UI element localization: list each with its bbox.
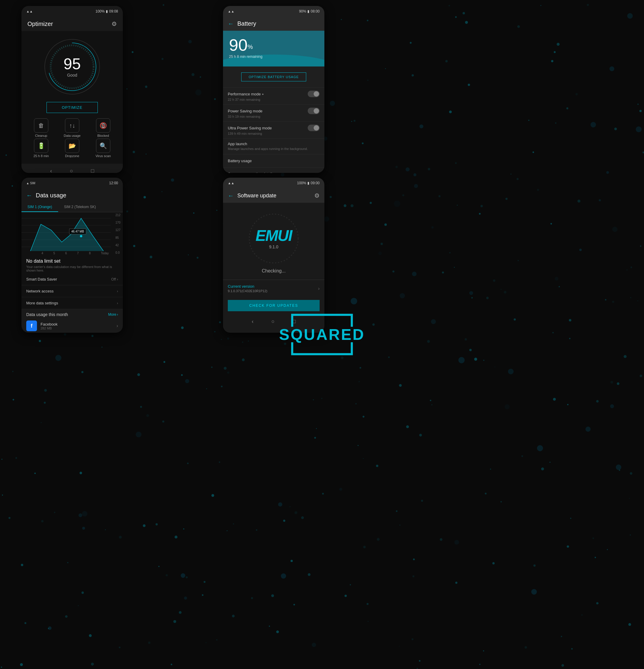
optimizer-title: Optimizer xyxy=(27,20,53,27)
score-circle: 95 Good xyxy=(42,37,102,97)
back-nav-icon[interactable]: ‹ xyxy=(252,318,254,325)
blocked-label: Blocked xyxy=(97,134,109,138)
battery-icon-box[interactable]: 🔋 xyxy=(34,139,48,153)
home-nav-icon[interactable]: ○ xyxy=(271,318,275,325)
battery-usage-label: Battery usage xyxy=(228,159,252,163)
more-data-settings-chevron: › xyxy=(117,301,118,305)
dropzone-label: Dropzone xyxy=(65,154,79,158)
data-usage-icon-box[interactable]: ↑↓ xyxy=(65,118,79,133)
time: 08:00 xyxy=(311,9,320,13)
squared-logo: SQUARED xyxy=(279,312,365,357)
checking-text: Checking... xyxy=(262,268,286,274)
signal-strength: ▲▲ xyxy=(26,10,33,13)
list-item: ↑↓ Data usage xyxy=(57,118,87,138)
current-version-label: Current version xyxy=(228,284,268,288)
recent-nav-icon[interactable]: □ xyxy=(91,168,94,173)
optimize-battery-button[interactable]: OPTIMIZE BATTERY USAGE xyxy=(241,72,306,81)
facebook-icon: f xyxy=(26,321,37,331)
battery-pct: 100% xyxy=(297,181,306,185)
app-launch-section[interactable]: App launch Manage launches and apps runn… xyxy=(223,139,324,154)
optimizer-status-bar: ▲▲ 100% ▮ 09:08 xyxy=(22,6,123,17)
facebook-chevron-icon: › xyxy=(117,323,118,329)
back-button[interactable]: ← xyxy=(228,192,234,199)
battery-pct: 90% xyxy=(299,9,306,13)
ultra-power-saving-toggle[interactable] xyxy=(308,125,320,131)
battery-header: ← Battery xyxy=(223,17,324,31)
svg-point-9 xyxy=(80,235,82,237)
optimize-button[interactable]: OPTIMIZE xyxy=(46,102,98,113)
battery-icon: ▮ xyxy=(106,9,108,13)
signal-icons: ▲▲ xyxy=(228,181,234,185)
back-nav-icon[interactable]: ‹ xyxy=(50,168,52,173)
performance-mode-toggle[interactable] xyxy=(308,91,320,97)
performance-mode-sub: 22 h 37 min remaining xyxy=(228,98,320,101)
back-button[interactable]: ← xyxy=(26,192,32,199)
power-saving-sub: 33 h 19 min remaining xyxy=(228,115,320,118)
current-version-number: 9.1.0.371(C432E10R1P12) xyxy=(228,289,268,293)
more-data-settings-label: More data settings xyxy=(26,301,58,305)
usage-month-more[interactable]: More › xyxy=(108,312,118,317)
sim1-tab[interactable]: SIM 1 (Orange) xyxy=(22,202,58,212)
signal-strength: ▲ SIM xyxy=(26,182,35,185)
network-access-item[interactable]: Network access › xyxy=(22,285,123,297)
battery-remaining: 25 h 8 min remaining xyxy=(229,55,318,59)
check-updates-button[interactable]: CHECK FOR UPDATES xyxy=(228,300,320,311)
software-status-bar: ▲▲ 100% ▮ 09:00 xyxy=(223,178,324,188)
status-right: 90% ▮ 08:00 xyxy=(299,9,320,13)
list-item: 📂 Dropzone xyxy=(57,139,87,158)
data-usage-status-bar: ▲ SIM 12:00 xyxy=(22,178,123,188)
ultra-power-saving-option: Ultra Power Saving mode 139 h 49 min rem… xyxy=(223,122,324,139)
more-data-settings-item[interactable]: More data settings › xyxy=(22,297,123,309)
status-right: 12:00 xyxy=(109,181,118,185)
signal-strength: ▲▲ xyxy=(228,10,234,13)
cleanup-label: Cleanup xyxy=(35,134,47,138)
power-saving-label: Power Saving mode xyxy=(228,109,262,113)
ultra-power-saving-sub: 139 h 49 min remaining xyxy=(228,132,320,136)
software-update-screen: ▲▲ 100% ▮ 09:00 ← Software update ⚙ EMUI… xyxy=(223,178,324,333)
score-label: Good xyxy=(63,73,81,77)
status-right: 100% ▮ 09:00 xyxy=(297,181,320,185)
status-right: 100% ▮ 09:08 xyxy=(96,9,118,13)
svg-marker-8 xyxy=(30,218,103,251)
sim2-tab[interactable]: SIM 2 (Telekom SK) xyxy=(58,202,102,212)
signal-icons: ▲▲ xyxy=(26,10,33,13)
power-consumption-item[interactable]: Power consumption details xyxy=(223,168,324,173)
dropzone-icon-box[interactable]: 📂 xyxy=(65,139,79,153)
optimizer-header: Optimizer ⚙ xyxy=(22,17,123,31)
performance-mode-option: Performance mode ● 22 h 37 min remaining xyxy=(223,88,324,105)
power-saving-toggle[interactable] xyxy=(308,108,320,114)
blocked-icon-box[interactable]: 📵 xyxy=(96,118,110,133)
app-launch-sub: Manage launches and apps running in the … xyxy=(228,147,320,151)
smart-data-saver-item[interactable]: Smart Data Saver Off › xyxy=(22,273,123,285)
time: 09:00 xyxy=(311,181,320,185)
emui-spinner: EMUI 9.1.0 xyxy=(247,212,301,265)
list-item: 📵 Blocked xyxy=(88,118,118,138)
current-version-chevron: › xyxy=(318,286,320,291)
time: 12:00 xyxy=(109,181,118,185)
optimizer-screen: ▲▲ 100% ▮ 09:08 Optimizer ⚙ xyxy=(22,6,123,173)
top-bracket-svg xyxy=(286,312,358,327)
smart-data-saver-label: Smart Data Saver xyxy=(26,277,57,282)
emui-section: EMUI 9.1.0 Checking... xyxy=(223,203,324,280)
bottom-bracket-svg xyxy=(286,342,358,357)
battery-usage-item[interactable]: Battery usage xyxy=(223,154,324,168)
battery-percent-symbol: % xyxy=(247,44,253,50)
performance-mode-label: Performance mode ● xyxy=(228,92,264,96)
chart-y-labels: 212 170 127 85 42 0.0 xyxy=(115,212,120,256)
no-limit-section: No data limit set Your carrier's data ca… xyxy=(22,256,123,273)
back-button[interactable]: ← xyxy=(228,20,234,27)
sim-tabs: SIM 1 (Orange) SIM 2 (Telekom SK) xyxy=(22,202,123,212)
list-item: 🗑 Cleanup xyxy=(26,118,56,138)
settings-icon[interactable]: ⚙ xyxy=(112,20,117,27)
optimizer-icons-grid: 🗑 Cleanup ↑↓ Data usage 📵 Blocked 🔋 25 h… xyxy=(22,115,123,161)
home-nav-icon[interactable]: ○ xyxy=(70,168,73,173)
data-chart: 212 170 127 85 42 0.0 4 5 6 7 8 Today 46… xyxy=(22,212,123,256)
list-item: 🔍 Virus scan xyxy=(88,139,118,158)
current-version-section[interactable]: Current version 9.1.0.371(C432E10R1P12) … xyxy=(223,280,324,297)
virus-scan-icon-box[interactable]: 🔍 xyxy=(96,139,110,153)
signal-icons: ▲ SIM xyxy=(26,182,35,185)
facebook-info: Facebook 282 MB xyxy=(41,322,113,330)
software-settings-icon[interactable]: ⚙ xyxy=(314,192,320,199)
cleanup-icon-box[interactable]: 🗑 xyxy=(34,118,48,133)
facebook-usage-item[interactable]: f Facebook 282 MB › xyxy=(22,318,123,333)
